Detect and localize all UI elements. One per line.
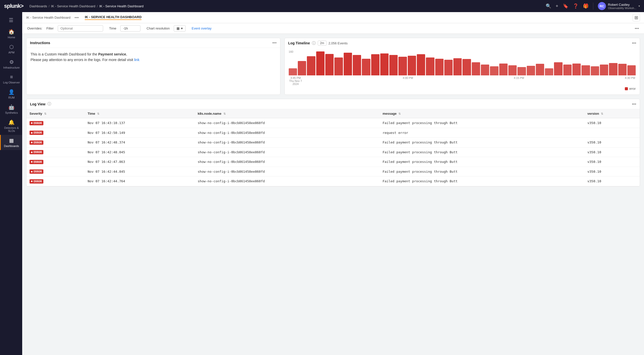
overrides-bar: Overrides: Filter Time Chart resolution … xyxy=(22,23,644,34)
error-badge: ERROR xyxy=(30,179,43,184)
bar-item xyxy=(325,54,334,76)
instructions-panel-title: Instructions xyxy=(30,41,50,45)
col-time[interactable]: Time ⇅ xyxy=(84,109,195,118)
table-row[interactable]: ERRORNov 07 16:42:50.149show-no-config-i… xyxy=(26,128,640,138)
gift-icon[interactable]: 🎁 xyxy=(583,3,589,9)
event-overlay-button[interactable]: Event overlay xyxy=(192,26,212,30)
bar-item xyxy=(490,66,498,75)
layout-toggle-icon[interactable]: ⊞ xyxy=(633,14,640,21)
instructions-panel-body: This is a Custom Health Dashboard for th… xyxy=(26,48,280,66)
log-timeline-header: Log Timeline ⓘ 2m 2,056 Events ••• xyxy=(285,38,640,48)
sidebar-item-apm[interactable]: ⬡ APM xyxy=(0,41,22,56)
log-view-more[interactable]: ••• xyxy=(632,102,636,106)
col-node[interactable]: k8s.node.name ⇅ xyxy=(195,109,379,118)
infrastructure-icon: ⚙ xyxy=(9,59,14,65)
log-timeline-more[interactable]: ••• xyxy=(632,41,636,45)
time-label: Time xyxy=(109,26,116,30)
dash-header-right: ⊞ xyxy=(633,15,640,20)
cell-node: show-no-config-i-0bcb861458ee860fd xyxy=(195,176,379,186)
col-severity[interactable]: Severity ⇅ xyxy=(26,109,84,118)
cell-severity: ERROR xyxy=(26,147,84,157)
table-row[interactable]: ERRORNov 07 16:42:44.764show-no-config-i… xyxy=(26,176,640,186)
bar-item xyxy=(499,64,508,76)
error-dot xyxy=(31,161,33,163)
severity-sort-icon: ⇅ xyxy=(44,112,46,115)
nav-divider xyxy=(593,3,593,10)
bar-item xyxy=(572,64,581,76)
cell-time: Nov 07 16:42:48.374 xyxy=(84,138,195,147)
log-observer-icon: ≡ xyxy=(10,74,13,80)
table-row[interactable]: ERRORNov 07 16:42:48.045show-no-config-i… xyxy=(26,147,640,157)
bar-item xyxy=(426,57,434,75)
cell-version: v350.10 xyxy=(584,157,640,167)
user-profile[interactable]: RC Robert Castley Observability Worksh..… xyxy=(598,2,640,10)
cell-time: Nov 07 16:42:44.845 xyxy=(84,167,195,176)
instructions-text-1: This is a Custom Health Dashboard for th… xyxy=(31,52,98,56)
log-timeline-info-icon[interactable]: ⓘ xyxy=(312,41,316,46)
bar-item xyxy=(508,65,517,75)
bar-item xyxy=(600,65,608,75)
log-view-info-icon[interactable]: ⓘ xyxy=(47,102,51,106)
sidebar-item-dashboards[interactable]: ▦ Dashboards xyxy=(0,135,22,150)
help-icon[interactable]: ❓ xyxy=(573,3,578,9)
table-row[interactable]: ERRORNov 07 16:42:44.845show-no-config-i… xyxy=(26,167,640,176)
cell-time: Nov 07 16:42:48.045 xyxy=(84,147,195,157)
cell-severity: ERROR xyxy=(26,157,84,167)
time-input[interactable] xyxy=(120,25,140,32)
instructions-text-2: , xyxy=(126,52,127,56)
log-table-header: Severity ⇅ Time ⇅ k8s.node.name ⇅ messag… xyxy=(26,109,640,118)
sidebar-item-rum[interactable]: 👤 RUM xyxy=(0,86,22,102)
top-panels-row: Instructions ••• This is a Custom Health… xyxy=(26,38,640,95)
search-icon[interactable]: 🔍 xyxy=(546,3,551,9)
hamburger-menu[interactable]: ☰ xyxy=(6,14,16,26)
error-dot xyxy=(31,122,33,124)
table-row[interactable]: ERRORNov 07 16:43:10.137show-no-config-i… xyxy=(26,118,640,128)
filter-input[interactable] xyxy=(58,25,103,32)
instructions-panel-header: Instructions ••• xyxy=(26,38,280,48)
bar-item xyxy=(554,62,562,75)
table-row[interactable]: ERRORNov 07 16:42:47.863show-no-config-i… xyxy=(26,157,640,167)
bar-item xyxy=(453,58,462,75)
cell-message: Failed payment processing through Butt xyxy=(379,176,584,186)
user-details: Robert Castley Observability Worksh... xyxy=(608,3,636,10)
sidebar-item-detectors[interactable]: 🔔 Detectors & SLOs xyxy=(0,117,22,135)
bar-item xyxy=(627,65,636,75)
main-layout: ☰ 🏠 Home ⬡ APM ⚙ Infrastructure ≡ Log Ob… xyxy=(0,12,644,355)
cell-time: Nov 07 16:42:44.764 xyxy=(84,176,195,186)
log-timeline-panel: Log Timeline ⓘ 2m 2,056 Events ••• 160 3… xyxy=(284,38,640,95)
top-navigation: splunk> Dashboards / IK - Service Health… xyxy=(0,0,644,12)
chart-x-labels: 3:45 PM Thu Nov 7 2024 4:00 PM 4:15 PM xyxy=(289,76,636,85)
add-icon[interactable]: + xyxy=(556,4,559,9)
log-view-title: Log View xyxy=(30,102,45,106)
cell-message: Failed payment processing through Butt xyxy=(379,118,584,128)
col-message[interactable]: message ⇅ xyxy=(379,109,584,118)
breadcrumb-parent[interactable]: Dashboards xyxy=(30,4,47,8)
bar-chart xyxy=(289,50,636,75)
chart-resolution-button[interactable]: ▦ ▾ xyxy=(174,25,186,32)
cell-severity: ERROR xyxy=(26,176,84,186)
dash-tab-label: IK - Service Health Dashboard xyxy=(26,16,71,19)
overrides-more-button[interactable]: ••• xyxy=(635,26,639,31)
node-sort-icon: ⇅ xyxy=(223,112,226,115)
instructions-link[interactable]: link xyxy=(134,58,139,62)
sidebar-item-synthetics[interactable]: 🤖 Synthetics xyxy=(0,102,22,117)
bookmark-icon[interactable]: 🔖 xyxy=(563,3,568,9)
bar-item xyxy=(298,61,306,75)
chart-resolution-label: Chart resolution xyxy=(147,26,170,30)
cell-message: request error xyxy=(379,128,584,138)
table-row[interactable]: ERRORNov 07 16:42:48.374show-no-config-i… xyxy=(26,138,640,147)
sidebar-label-rum: RUM xyxy=(8,96,15,99)
breadcrumb-section[interactable]: IK - Service Health Dashboard xyxy=(51,4,95,8)
col-version[interactable]: version ⇅ xyxy=(584,109,640,118)
sidebar-item-home[interactable]: 🏠 Home xyxy=(0,26,22,41)
bar-item xyxy=(344,53,352,75)
sidebar-item-log-observer[interactable]: ≡ Log Observer xyxy=(0,72,22,86)
log-timeline-events-count: 2,056 Events xyxy=(329,41,348,45)
dash-tab-more[interactable]: ••• xyxy=(75,15,79,20)
chart-x-label-3: 4:30 PM xyxy=(625,76,635,85)
bar-item xyxy=(398,57,407,75)
chart-x-label-1: 4:00 PM xyxy=(403,76,413,85)
error-badge: ERROR xyxy=(30,150,43,154)
instructions-panel-more[interactable]: ••• xyxy=(272,41,277,45)
sidebar-item-infrastructure[interactable]: ⚙ Infrastructure xyxy=(0,56,22,72)
